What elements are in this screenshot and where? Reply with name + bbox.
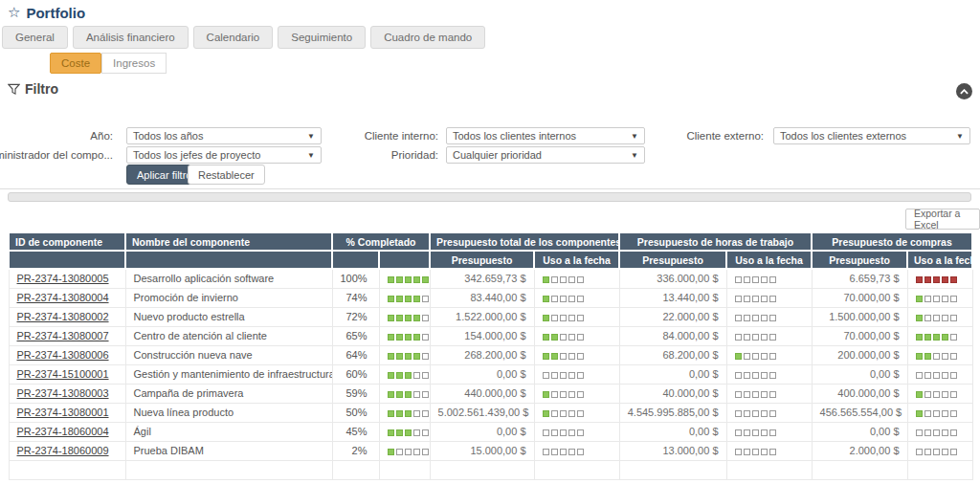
square-filled-icon (543, 334, 549, 341)
collapse-filter-button[interactable] (956, 83, 972, 99)
header-purchases-budget[interactable]: Presupuesto (812, 251, 907, 269)
table-row: PR-2374-13080005Desarrollo aplicación so… (9, 269, 972, 288)
square-filled-icon (405, 391, 412, 398)
header-hours-used[interactable]: Uso a la fecha (726, 251, 812, 269)
square-filled-icon (543, 276, 549, 283)
header-group-hours-budget[interactable]: Presupuesto de horas de trabajo (619, 232, 812, 251)
star-icon[interactable]: ☆ (8, 4, 20, 21)
component-id-link[interactable]: PR-2374-13080003 (17, 387, 109, 399)
hours-budget-value: 0,00 $ (619, 364, 726, 384)
square-empty-icon (924, 315, 931, 321)
component-manager-select-value: Todos los jefes de proyecto (133, 149, 260, 161)
square-empty-icon (577, 449, 584, 455)
empty-cell (726, 460, 812, 479)
square-filled-icon (413, 353, 420, 360)
external-client-select-value: Todos los clientes externos (780, 130, 906, 142)
component-id-link[interactable]: PR-2374-15100001 (17, 368, 109, 380)
chevron-up-icon (960, 89, 969, 95)
component-id-link[interactable]: PR-2374-13080007 (17, 330, 109, 341)
year-select[interactable]: Todos los años ▼ (126, 127, 322, 144)
hours-budget-value: 22.000,00 $ (619, 307, 726, 326)
tab-general[interactable]: General (2, 26, 68, 49)
component-id-link[interactable]: PR-2374-13080005 (17, 273, 109, 284)
pct-completed-squares (379, 326, 430, 345)
square-filled-icon (933, 276, 940, 283)
progress-squares (735, 353, 776, 360)
square-empty-icon (752, 449, 759, 455)
table-row: PR-2374-13080006Construcción nueva nave6… (9, 345, 972, 364)
header-group-total-budget[interactable]: Presupuesto total de los componentes (430, 232, 619, 251)
purch-used-squares (907, 364, 972, 384)
component-manager-select[interactable]: Todos los jefes de proyecto ▼ (126, 146, 322, 164)
header-pct-completed[interactable]: % Completado (332, 232, 430, 251)
progress-squares (543, 296, 584, 302)
component-name: Promoción de invierno (125, 288, 332, 307)
priority-select[interactable]: Cualquier prioridad ▼ (446, 146, 645, 164)
square-filled-icon (388, 372, 394, 379)
square-filled-icon (405, 429, 412, 436)
progress-squares (543, 353, 584, 360)
header-total-budget[interactable]: Presupuesto (430, 251, 534, 269)
filter-heading: Filtro (8, 81, 58, 97)
square-empty-icon (560, 296, 567, 302)
square-empty-icon (752, 334, 759, 341)
square-filled-icon (942, 334, 948, 341)
hours-used-squares (726, 364, 812, 384)
square-filled-icon (413, 315, 420, 321)
square-empty-icon (735, 276, 742, 283)
tab-seguimiento[interactable]: Seguimiento (278, 26, 366, 49)
square-filled-icon (388, 296, 394, 302)
header-component-id[interactable]: ID de componente (9, 232, 125, 251)
export-excel-button[interactable]: Exportar a Excel (905, 209, 980, 230)
component-id-link[interactable]: PR-2374-13080004 (17, 292, 109, 303)
square-filled-icon (388, 334, 394, 341)
square-empty-icon (543, 429, 549, 436)
square-empty-icon (769, 353, 776, 360)
subtab-coste[interactable]: Coste (50, 53, 101, 74)
component-name: Prueba DIBAM (125, 441, 332, 460)
square-empty-icon (560, 334, 567, 341)
tab-analisis-financiero[interactable]: Análisis financiero (73, 26, 189, 49)
hours-used-squares (726, 384, 812, 403)
header-group-purchases-budget[interactable]: Presupuesto de compras (812, 232, 972, 251)
purch-used-squares (907, 384, 972, 403)
external-client-select[interactable]: Todos los clientes externos ▼ (773, 127, 970, 144)
hours-budget-value: 84.000,00 $ (619, 326, 726, 345)
empty-cell (332, 460, 379, 479)
component-id-link[interactable]: PR-2374-18060009 (17, 445, 109, 456)
main-tabs: General Análisis financiero Calendario S… (2, 26, 485, 49)
subtab-ingresos[interactable]: Ingresos (101, 53, 167, 74)
square-empty-icon (422, 353, 429, 360)
square-empty-icon (422, 334, 429, 341)
progress-squares (388, 429, 429, 436)
header-total-used[interactable]: Uso a la fecha (534, 251, 619, 269)
progress-squares (916, 276, 957, 283)
header-purchases-used[interactable]: Uso a la fecha (907, 251, 972, 269)
collapsed-panel-strip[interactable] (8, 192, 971, 202)
component-id-link[interactable]: PR-2374-18060004 (17, 426, 109, 437)
component-id-link[interactable]: PR-2374-13080006 (17, 349, 109, 361)
purch-used-squares (907, 441, 972, 460)
square-filled-icon (924, 334, 931, 341)
header-hours-budget[interactable]: Presupuesto (619, 251, 726, 269)
table-row-partial (9, 460, 972, 479)
header-component-name[interactable]: Nombre del componente (125, 232, 332, 251)
component-id-link[interactable]: PR-2374-13080001 (17, 407, 109, 418)
progress-squares (916, 334, 957, 341)
component-id-link[interactable]: PR-2374-13080002 (17, 311, 109, 322)
internal-client-select[interactable]: Todos los clientes internos ▼ (446, 127, 645, 144)
square-empty-icon (551, 276, 558, 283)
tab-cuadro-de-mando[interactable]: Cuadro de mando (370, 26, 485, 49)
square-empty-icon (942, 429, 948, 436)
square-filled-icon (396, 372, 403, 379)
pct-completed-value: 72% (332, 307, 379, 326)
pct-completed-squares (379, 288, 430, 307)
square-empty-icon (916, 449, 923, 455)
square-empty-icon (924, 391, 931, 398)
square-filled-icon (388, 449, 394, 455)
table-row: PR-2374-13080003Campaña de primavera59%4… (9, 384, 972, 403)
reset-filter-button[interactable]: Restablecer (188, 165, 265, 185)
tab-calendario[interactable]: Calendario (193, 26, 274, 49)
square-filled-icon (396, 410, 403, 417)
square-empty-icon (769, 429, 776, 436)
